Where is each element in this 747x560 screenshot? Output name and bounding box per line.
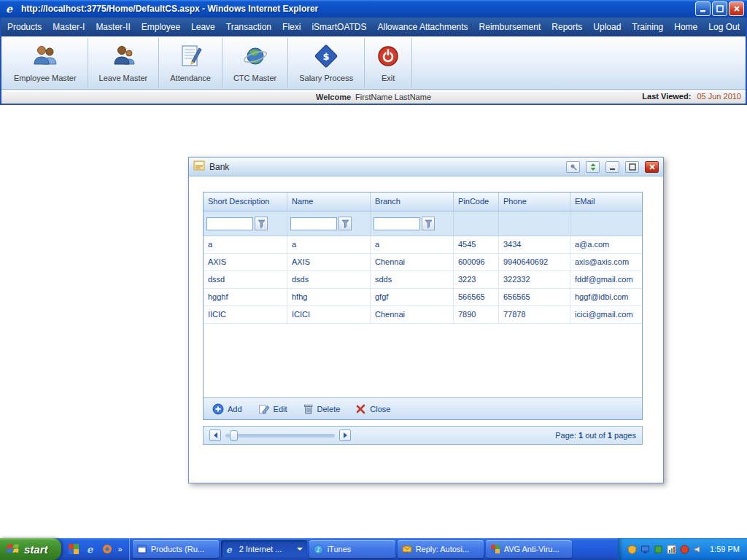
firefox-quicklaunch-icon[interactable] — [101, 543, 113, 555]
menu-item-upload[interactable]: Upload — [593, 22, 621, 32]
delete-icon — [303, 403, 314, 415]
toolbar-label: Leave Master — [99, 74, 148, 82]
column-header-short-description[interactable]: Short Description — [204, 192, 287, 211]
add-button[interactable]: Add — [212, 403, 242, 415]
filter-button-short-description[interactable] — [255, 217, 268, 230]
toolbar-button-employee-master[interactable]: Employee Master — [3, 38, 88, 88]
menu-item-leave[interactable]: Leave — [191, 22, 215, 32]
tray-monitor-icon[interactable] — [640, 545, 650, 554]
dialog-close-button[interactable] — [645, 161, 659, 173]
svg-text:e: e — [6, 3, 13, 15]
scrollbar-thumb[interactable] — [230, 430, 238, 441]
task-button-itunes[interactable]: ♪ iTunes — [309, 540, 395, 558]
svg-text:e: e — [87, 544, 93, 554]
cell-branch: sdds — [371, 271, 454, 288]
table-row[interactable]: AXIS AXIS Chennai 600096 9940640692 axis… — [204, 254, 642, 271]
scroll-left-button[interactable] — [209, 429, 221, 441]
filter-button-name[interactable] — [338, 217, 352, 230]
bank-dialog: Bank Short Des — [188, 157, 664, 483]
menu-item-flexi[interactable]: Flexi — [282, 22, 301, 32]
toolbar-button-leave-master[interactable]: Leave Master — [88, 38, 160, 88]
delete-button[interactable]: Delete — [303, 403, 341, 415]
menu-item-transaction[interactable]: Transaction — [226, 22, 271, 32]
filter-button-branch[interactable] — [422, 217, 435, 230]
dialog-collapse-button[interactable] — [586, 161, 600, 173]
column-header-branch[interactable]: Branch — [371, 192, 454, 211]
filter-input-short-description[interactable] — [206, 217, 253, 230]
toolbar-button-salary-process[interactable]: $ Salary Process — [288, 38, 365, 88]
cell-short-description: hgghf — [204, 289, 287, 306]
internet-explorer-icon: e — [4, 3, 18, 15]
menu-item-allowance-attachments[interactable]: Allowance Attachments — [378, 22, 468, 32]
cell-branch: Chennai — [371, 306, 454, 323]
dialog-minimize-button[interactable] — [605, 161, 619, 173]
menu-item-log-out[interactable]: Log Out — [708, 22, 740, 32]
quick-launch: e » — [61, 538, 130, 560]
close-button[interactable] — [729, 1, 744, 16]
tray-security-shield-icon[interactable] — [627, 545, 637, 554]
toolbar-button-exit[interactable]: Exit — [365, 38, 412, 88]
dialog-pin-button[interactable] — [566, 161, 580, 173]
internet-explorer-quicklaunch-icon[interactable]: e — [85, 543, 96, 555]
minimize-button[interactable] — [695, 1, 711, 16]
menu-item-products[interactable]: Products — [7, 22, 42, 32]
tray-antivirus-icon[interactable] — [654, 545, 663, 554]
tray-messenger-icon[interactable] — [680, 545, 689, 554]
maximize-button[interactable] — [712, 1, 727, 16]
cell-phone: 3434 — [499, 236, 570, 253]
scroll-right-button[interactable] — [339, 429, 351, 441]
start-label: start — [24, 543, 48, 556]
task-label: iTunes — [328, 545, 391, 553]
cell-pincode: 600096 — [454, 254, 499, 271]
dialog-maximize-button[interactable] — [625, 161, 639, 173]
menu-item-reports[interactable]: Reports — [551, 22, 582, 32]
column-header-email[interactable]: EMail — [570, 192, 642, 211]
tray-volume-icon[interactable] — [693, 545, 703, 554]
menu-item-training[interactable]: Training — [632, 22, 663, 32]
task-button-products[interactable]: Products (Ru... — [133, 540, 219, 558]
task-button-internet-explorer-group[interactable]: e 2 Internet ... — [221, 540, 307, 558]
cell-short-description: dssd — [204, 271, 287, 288]
toolbar-button-attendance[interactable]: Attendance — [159, 38, 222, 88]
table-row[interactable]: IICIC ICICI Chennai 7890 77878 icici@gma… — [204, 306, 642, 324]
form-icon — [193, 160, 205, 174]
filter-input-name[interactable] — [290, 217, 337, 230]
toolbar-button-ctc-master[interactable]: CTC Master — [222, 38, 288, 88]
quick-launch-overflow-chevron[interactable]: » — [118, 545, 123, 553]
system-tray: 1:59 PM — [618, 538, 747, 560]
table-row[interactable]: hgghf hfhg gfgf 566565 656565 hggf@idbi.… — [204, 289, 642, 306]
cell-email: axis@axis.com — [570, 254, 642, 271]
menu-item-master-ii[interactable]: Master-II — [96, 22, 130, 32]
clock[interactable]: 1:59 PM — [710, 545, 740, 553]
task-button-avg[interactable]: AVG Anti-Viru... — [486, 540, 572, 558]
task-button-reply-email[interactable]: Reply: Autosi... — [398, 540, 484, 558]
column-header-pincode[interactable]: PinCode — [454, 192, 499, 211]
menu-item-ismartoatds[interactable]: iSmartOATDS — [311, 22, 366, 32]
delete-button-label: Delete — [317, 405, 341, 413]
menu-item-reimbursement[interactable]: Reimbursement — [479, 22, 541, 32]
dialog-titlebar[interactable]: Bank — [189, 158, 663, 176]
edit-button[interactable]: Edit — [258, 403, 287, 415]
column-header-phone[interactable]: Phone — [499, 192, 570, 211]
table-row[interactable]: a a a 4545 3434 a@a.com — [204, 236, 642, 254]
close-grid-button[interactable]: Close — [356, 404, 390, 414]
avg-quicklaunch-icon[interactable] — [68, 543, 80, 555]
add-icon — [212, 403, 224, 415]
start-button[interactable]: start — [0, 538, 61, 560]
close-x-icon — [356, 404, 366, 414]
scrollbar-track[interactable] — [225, 434, 335, 438]
menu-item-master-i[interactable]: Master-I — [53, 22, 85, 32]
tray-chart-icon[interactable] — [667, 545, 676, 554]
menu-item-home[interactable]: Home — [674, 22, 697, 32]
attendance-icon — [177, 44, 204, 71]
column-header-name[interactable]: Name — [287, 192, 371, 211]
menu-item-employee[interactable]: Employee — [142, 22, 180, 32]
bank-grid: Short Description Name Branch PinCode Ph… — [203, 192, 643, 420]
svg-text:$: $ — [323, 51, 330, 62]
welcome-label: Welcome — [316, 93, 351, 101]
table-row[interactable]: dssd dsds sdds 3223 322332 fddf@gmail.co… — [204, 271, 642, 289]
page-total: 1 — [608, 431, 612, 440]
window-icon — [137, 544, 147, 554]
filter-input-branch[interactable] — [374, 217, 420, 230]
cell-name: ICICI — [287, 306, 371, 323]
